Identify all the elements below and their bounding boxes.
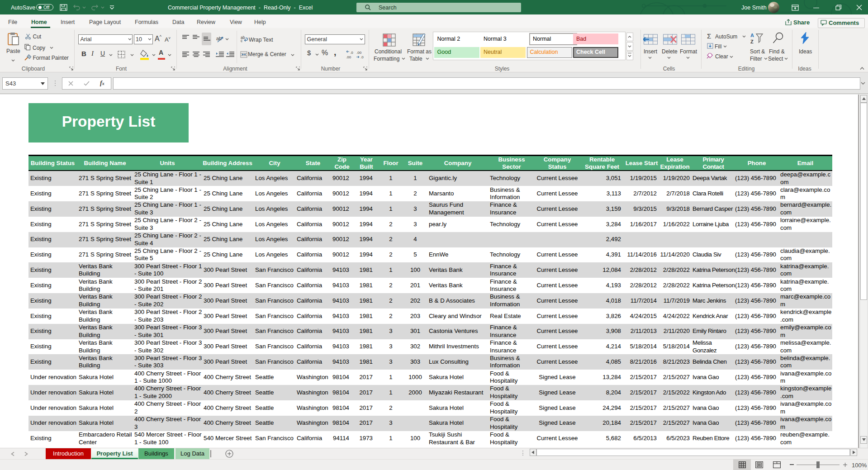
svg-text:Z: Z — [750, 39, 754, 44]
svg-text:A: A — [750, 33, 754, 38]
svg-text:.00: .00 — [346, 55, 351, 59]
svg-text:.0: .0 — [360, 55, 364, 59]
svg-text:.0: .0 — [350, 51, 353, 55]
svg-text:.00: .00 — [356, 51, 362, 55]
